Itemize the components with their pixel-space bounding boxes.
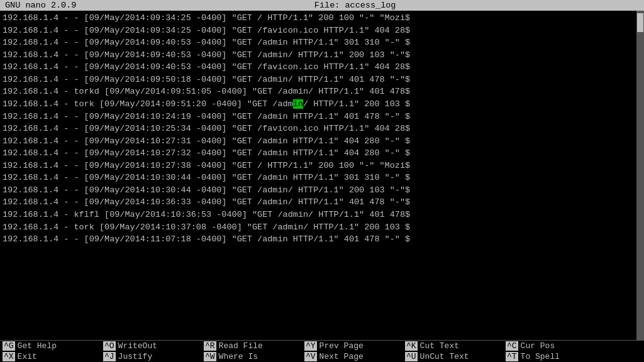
shortcut-label: Read File <box>219 341 263 351</box>
log-line: 192.168.1.4 - - [09/May/2014:09:50:18 -0… <box>3 74 641 86</box>
content-area: 192.168.1.4 - - [09/May/2014:09:34:25 -0… <box>0 11 644 340</box>
shortcut-label: Cut Text <box>420 341 459 351</box>
shortcut-item: ^UUnCut Text <box>402 352 503 361</box>
shortcut-item: ^YPrev Page <box>302 341 402 351</box>
cursor-highlight: in <box>293 99 303 109</box>
shortcut-label: UnCut Text <box>420 352 469 361</box>
shortcut-key: ^O <box>103 341 116 351</box>
shortcut-item: ^RRead File <box>201 341 302 351</box>
shortcut-label: WriteOut <box>118 341 157 351</box>
log-line: 192.168.1.4 - - [09/May/2014:09:34:25 -0… <box>3 12 641 25</box>
file-name: File: access_log <box>76 1 633 10</box>
scrollbar-thumb[interactable] <box>637 13 643 32</box>
shortcut-item: ^CCur Pos <box>503 341 604 351</box>
shortcut-item: ^VNext Page <box>302 352 402 361</box>
log-line: 192.168.1.4 - torkd [09/May/2014:09:51:0… <box>3 85 641 98</box>
shortcut-key: ^W <box>204 352 216 361</box>
log-line: 192.168.1.4 - - [09/May/2014:09:34:25 -0… <box>3 25 641 37</box>
shortcut-label: To Spell <box>521 352 560 361</box>
shortcut-key: ^V <box>304 352 317 361</box>
log-line: 192.168.1.4 - - [09/May/2014:09:40:53 -0… <box>3 36 641 49</box>
shortcut-key: ^G <box>3 341 15 351</box>
shortcut-key: ^Y <box>304 341 317 351</box>
shortcut-key: ^C <box>506 341 518 351</box>
title-bar: GNU nano 2.0.9 File: access_log <box>0 0 644 11</box>
shortcut-item: ^JJustify <box>101 352 201 361</box>
status-bar: ^GGet Help^OWriteOut^RRead File^YPrev Pa… <box>0 340 644 362</box>
log-line: 192.168.1.4 - - [09/May/2014:11:07:18 -0… <box>3 233 641 246</box>
log-line: 192.168.1.4 - kflfl [09/May/2014:10:36:5… <box>3 209 641 221</box>
shortcut-row-2: ^XExit^JJustify^WWhere Is^VNext Page^UUn… <box>0 351 644 362</box>
log-line: 192.168.1.4 - - [09/May/2014:10:30:44 -0… <box>3 172 641 184</box>
shortcut-key: ^X <box>3 352 15 361</box>
shortcut-label: Justify <box>118 352 153 361</box>
log-line: 192.168.1.4 - - [09/May/2014:10:25:34 -0… <box>3 123 641 135</box>
shortcut-label: Prev Page <box>319 341 364 351</box>
shortcut-label: Get Help <box>18 341 57 351</box>
title-right <box>634 1 639 10</box>
shortcut-key: ^J <box>103 352 116 361</box>
log-line: 192.168.1.4 - - [09/May/2014:09:40:53 -0… <box>3 61 641 74</box>
shortcut-item: ^OWriteOut <box>101 341 201 351</box>
log-line: 192.168.1.4 - - [09/May/2014:10:36:33 -0… <box>3 196 641 209</box>
log-line: 192.168.1.4 - - [09/May/2014:10:27:38 -0… <box>3 160 641 172</box>
log-line: 192.168.1.4 - - [09/May/2014:09:40:53 -0… <box>3 49 641 62</box>
log-line: 192.168.1.4 - - [09/May/2014:10:27:32 -0… <box>3 147 641 160</box>
shortcut-key: ^R <box>204 341 216 351</box>
shortcut-label: Exit <box>18 352 37 361</box>
shortcut-key: ^U <box>405 352 418 361</box>
log-line: 192.168.1.4 - - [09/May/2014:10:27:31 -0… <box>3 135 641 148</box>
shortcut-item: ^TTo Spell <box>503 352 604 361</box>
shortcut-item: ^GGet Help <box>0 341 101 351</box>
shortcut-label: Cur Pos <box>521 341 555 351</box>
shortcut-key: ^K <box>405 341 418 351</box>
shortcut-label: Where Is <box>219 352 258 361</box>
shortcut-item: ^XExit <box>0 352 101 361</box>
app-name: GNU nano 2.0.9 <box>5 1 76 10</box>
scrollbar[interactable] <box>636 11 644 340</box>
shortcut-item: ^KCut Text <box>402 341 503 351</box>
log-line: 192.168.1.4 - - [09/May/2014:10:30:44 -0… <box>3 184 641 197</box>
log-line: 192.168.1.4 - tork [09/May/2014:10:37:08… <box>3 221 641 234</box>
shortcut-label: Next Page <box>319 352 364 361</box>
shortcut-row-1: ^GGet Help^OWriteOut^RRead File^YPrev Pa… <box>0 341 644 351</box>
log-container: 192.168.1.4 - - [09/May/2014:09:34:25 -0… <box>3 12 641 246</box>
log-line: 192.168.1.4 - - [09/May/2014:10:24:19 -0… <box>3 111 641 123</box>
shortcut-item: ^WWhere Is <box>201 352 302 361</box>
log-line: 192.168.1.4 - tork [09/May/2014:09:51:20… <box>3 98 641 111</box>
shortcut-key: ^T <box>506 352 518 361</box>
